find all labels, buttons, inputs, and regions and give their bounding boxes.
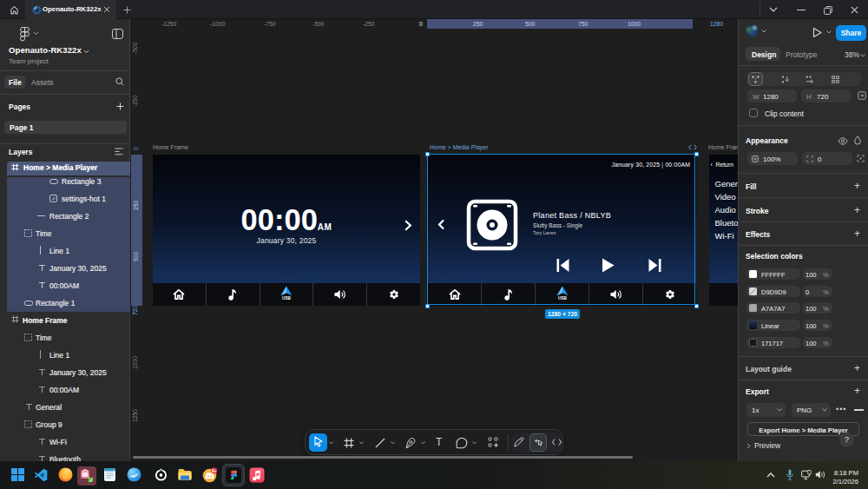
svg-text:9+: 9+ (212, 469, 217, 473)
svg-text:USB: USB (282, 296, 292, 301)
svg-text:USB: USB (557, 296, 567, 301)
